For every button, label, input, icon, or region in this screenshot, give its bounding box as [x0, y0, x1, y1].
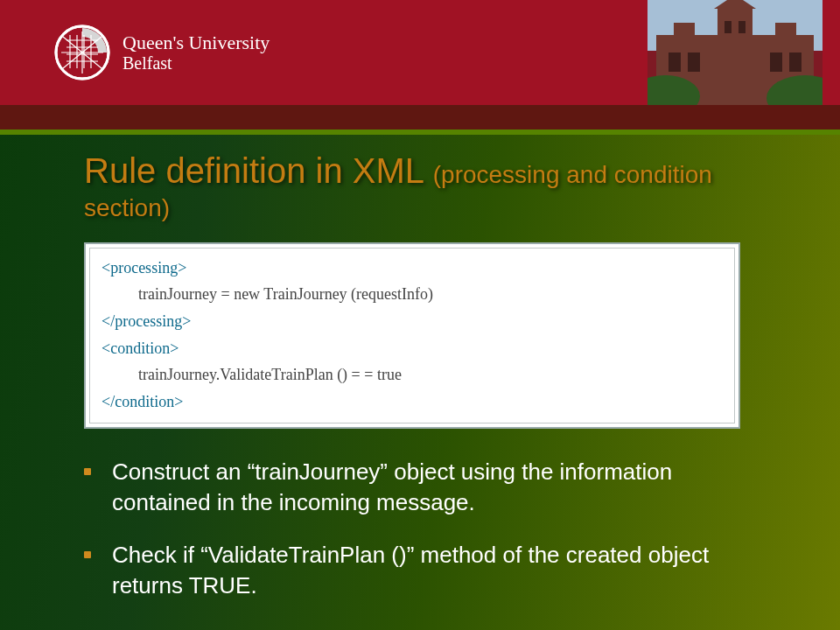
svg-rect-12: [688, 52, 700, 72]
header-subband: [0, 105, 840, 130]
code-line: <processing>: [102, 259, 186, 276]
university-line2: Belfast: [122, 53, 270, 73]
code-line: <condition>: [102, 340, 178, 357]
title-main: Rule definition in XML: [84, 151, 433, 190]
slide-title: Rule definition in XML (processing and c…: [84, 150, 756, 223]
svg-rect-14: [789, 52, 802, 72]
svg-rect-13: [770, 52, 782, 72]
bullet-text: Check if “ValidateTrainPlan ()” method o…: [112, 540, 756, 601]
university-line1: Queen's University: [122, 32, 270, 53]
svg-rect-9: [724, 21, 732, 33]
code-line: trainJourney.ValidateTrainPlan () = = tr…: [102, 361, 723, 388]
svg-rect-11: [668, 52, 681, 72]
university-logo: Queen's University Belfast: [54, 24, 270, 80]
bullet-list: Construct an “trainJourney” object using…: [84, 457, 756, 600]
svg-rect-10: [738, 21, 746, 33]
list-item: Construct an “trainJourney” object using…: [84, 457, 756, 518]
code-line: </processing>: [102, 312, 191, 330]
crest-icon: [54, 24, 110, 80]
svg-rect-5: [718, 9, 752, 61]
content-area: Rule definition in XML (processing and c…: [0, 135, 840, 601]
list-item: Check if “ValidateTrainPlan ()” method o…: [84, 540, 756, 601]
header-photo: [648, 0, 822, 105]
header-bar: Queen's University Belfast: [0, 0, 840, 105]
code-line: trainJourney = new TrainJourney (request…: [102, 281, 723, 308]
code-line: </condition>: [102, 393, 183, 410]
slide: Queen's University Belfast: [0, 0, 840, 630]
bullet-icon: [84, 551, 91, 558]
bullet-text: Construct an “trainJourney” object using…: [112, 457, 756, 518]
bullet-icon: [84, 468, 91, 475]
code-box: <processing> trainJourney = new TrainJou…: [84, 242, 740, 430]
university-name: Queen's University Belfast: [122, 32, 270, 73]
